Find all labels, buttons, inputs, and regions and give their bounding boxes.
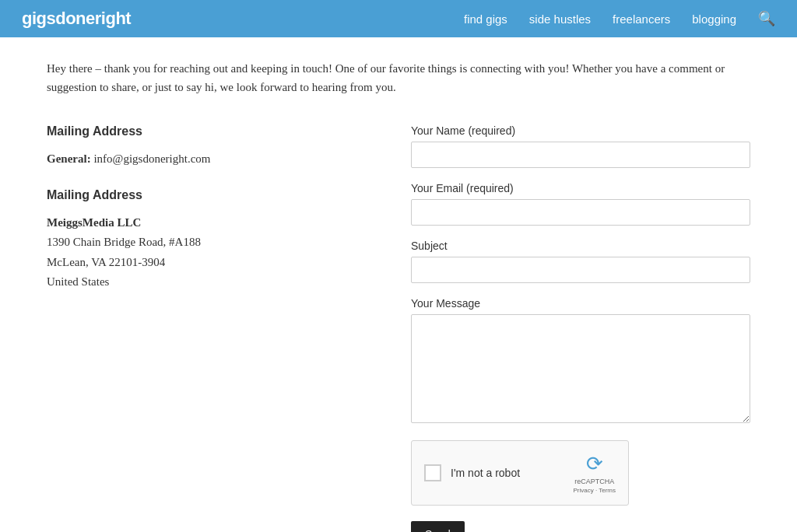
main-nav: find gigs side hustles freelancers blogg… (464, 10, 775, 27)
address-block: MeiggsMedia LLC 1390 Chain Bridge Road, … (47, 213, 374, 292)
general-email-line: General: info@gigsdoneright.com (47, 149, 374, 170)
general-email: info@gigsdoneright.com (93, 152, 210, 165)
company-name: MeiggsMedia LLC (47, 216, 141, 229)
email-input[interactable] (411, 199, 750, 226)
message-textarea[interactable] (411, 314, 750, 423)
recaptcha-brand: reCAPTCHA (574, 478, 614, 485)
page-content: Hey there – thank you for reaching out a… (25, 37, 772, 532)
recaptcha-logo: ⟳ reCAPTCHA Privacy · Terms (573, 452, 616, 494)
recaptcha-widget: I'm not a robot ⟳ reCAPTCHA Privacy · Te… (411, 440, 629, 506)
contact-layout: Mailing Address General: info@gigsdoneri… (47, 124, 750, 532)
country: United States (47, 272, 374, 292)
name-label: Your Name (required) (411, 124, 750, 137)
general-label: General: (47, 152, 91, 165)
recaptcha-label: I'm not a robot (451, 467, 520, 479)
recaptcha-links: Privacy · Terms (573, 487, 616, 494)
nav-blogging[interactable]: blogging (692, 12, 736, 26)
nav-freelancers[interactable]: freelancers (613, 12, 670, 26)
mailing-heading-2: Mailing Address (47, 188, 374, 202)
recaptcha-checkbox[interactable] (424, 464, 441, 481)
intro-paragraph: Hey there – thank you for reaching out a… (47, 59, 750, 96)
subject-label: Subject (411, 240, 750, 252)
message-field-group: Your Message (411, 297, 750, 426)
address-line2: McLean, VA 22101-3904 (47, 253, 374, 273)
name-field-group: Your Name (required) (411, 124, 750, 168)
site-logo[interactable]: gigsdoneright (22, 9, 131, 29)
subject-input[interactable] (411, 257, 750, 283)
nav-find-gigs[interactable]: find gigs (464, 12, 507, 26)
site-header: gigsdoneright find gigs side hustles fre… (0, 0, 797, 37)
subject-field-group: Subject (411, 240, 750, 283)
name-input[interactable] (411, 142, 750, 168)
address-line1: 1390 Chain Bridge Road, #A188 (47, 233, 374, 253)
contact-left: Mailing Address General: info@gigsdoneri… (47, 124, 374, 532)
email-label: Your Email (required) (411, 182, 750, 194)
send-button[interactable]: Send (411, 521, 465, 532)
recaptcha-left: I'm not a robot (424, 464, 520, 481)
search-icon[interactable]: 🔍 (758, 10, 775, 27)
contact-form: Your Name (required) Your Email (require… (411, 124, 750, 532)
email-field-group: Your Email (required) (411, 182, 750, 226)
mailing-heading-1: Mailing Address (47, 124, 374, 138)
nav-side-hustles[interactable]: side hustles (529, 12, 591, 26)
recaptcha-icon: ⟳ (586, 452, 603, 476)
message-label: Your Message (411, 297, 750, 310)
